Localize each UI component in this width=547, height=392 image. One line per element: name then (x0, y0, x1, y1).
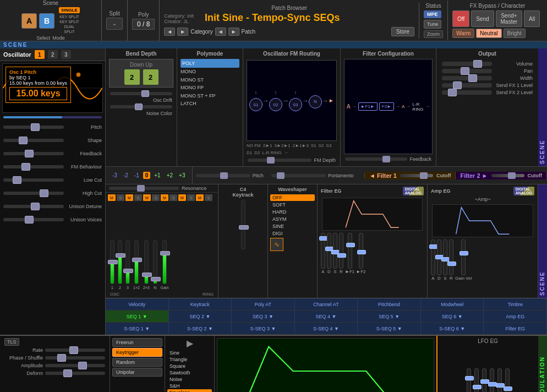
s-btn-3[interactable]: S (152, 194, 160, 201)
fm-label-ring[interactable]: L-R RING (262, 150, 281, 155)
high-cut-thumb[interactable] (40, 189, 48, 197)
wave-sine[interactable]: Sine (167, 350, 212, 356)
scene-num-plus2[interactable]: +2 (165, 172, 175, 179)
fader-track-3[interactable] (125, 240, 130, 284)
fader-thumb-3[interactable] (123, 269, 133, 273)
fm-depth-thumb[interactable] (267, 157, 275, 164)
scene-portamento-thumb[interactable] (277, 172, 285, 179)
send-fx2-slider[interactable] (442, 90, 492, 95)
fm-label-213[interactable]: 2►1►3 (293, 143, 309, 148)
feedback-thumb[interactable] (25, 150, 34, 157)
seq-sseq5[interactable]: S-SEQ 5 ▼ (358, 323, 421, 334)
lfo-eg-r-slider[interactable] (505, 368, 510, 392)
m-btn-6[interactable]: M (196, 194, 204, 201)
fx-all-button[interactable]: All (524, 10, 540, 27)
poly-opt-latch[interactable]: LATCH (180, 100, 239, 107)
seq-seq4[interactable]: SEQ 4 ▼ (295, 311, 358, 322)
category-prev[interactable]: ◄ (164, 28, 175, 36)
seq-seq2[interactable]: SEQ 2 ▼ (169, 311, 232, 322)
amplitude-slider[interactable] (45, 364, 105, 367)
scene-num-0[interactable]: 0 (143, 172, 151, 179)
fader-track-1[interactable] (110, 240, 114, 284)
filter-r-slider[interactable] (339, 233, 343, 269)
ws-soft[interactable]: SOFT (270, 202, 315, 208)
amp-r-slider[interactable] (449, 239, 453, 275)
amp-s-slider[interactable] (443, 239, 447, 275)
seq-seq3[interactable]: SEQ 3 ▼ (232, 311, 295, 322)
osc-drift-thumb[interactable] (141, 90, 149, 97)
pan-slider[interactable] (442, 69, 492, 73)
scene-btn-a[interactable]: A (21, 13, 37, 29)
deform-thumb[interactable] (63, 369, 72, 377)
seq-col-polyat[interactable]: Poly AT (232, 298, 295, 310)
filter-f1[interactable]: ►F1► (358, 102, 378, 111)
patch-next[interactable]: ► (228, 28, 239, 36)
lfo-tls-badge[interactable]: TLS (4, 338, 19, 346)
filter-d-slider[interactable] (327, 233, 331, 269)
filter-f1-slider[interactable] (348, 233, 352, 269)
amp-gainvel-slider[interactable] (461, 239, 466, 275)
ws-sine[interactable]: SINE (270, 223, 315, 230)
lfo-eg-d2-slider[interactable] (490, 368, 494, 392)
keytrack-v-slider[interactable] (241, 200, 245, 249)
fm-behaviour-track[interactable] (3, 165, 64, 168)
filter-s-slider[interactable] (333, 233, 337, 269)
lfo-keytrigger[interactable]: Keytrigger (112, 348, 162, 357)
seq-col-pitchbend[interactable]: Pitchbend (358, 298, 421, 310)
m-btn-2[interactable]: M (125, 194, 133, 201)
amp-gainvel-thumb[interactable] (460, 251, 468, 255)
zoom-button[interactable]: Zoom (424, 30, 443, 38)
lfo-eg-h-slider[interactable] (482, 368, 486, 392)
fm-label-d2[interactable]: D2 (254, 150, 260, 155)
wave-envelope[interactable]: Envelope (167, 389, 212, 392)
shape-thumb[interactable] (19, 137, 28, 144)
shape-track[interactable] (3, 139, 64, 142)
ws-hard[interactable]: HARD (270, 209, 315, 215)
tune-button[interactable]: Tune (424, 20, 441, 29)
fader-thumb-1x2[interactable] (132, 258, 142, 262)
filter-feedback-slider[interactable] (345, 157, 408, 161)
keytrack-v-thumb[interactable] (239, 225, 249, 230)
fm-node-01[interactable]: 01 (249, 98, 262, 111)
category-next[interactable]: ► (177, 28, 188, 36)
lfo-freerun[interactable]: Freerun (112, 338, 162, 347)
amp-d-slider[interactable] (437, 239, 441, 275)
waveshaper-icon[interactable]: ∿ (270, 238, 283, 251)
resonance-slider[interactable] (109, 187, 179, 190)
filter-f1-thumb[interactable] (346, 243, 355, 247)
fader-track-gain[interactable] (162, 240, 167, 284)
send-fx1-thumb[interactable] (453, 81, 462, 89)
fader-track-n[interactable] (153, 240, 157, 284)
fm-label-321[interactable]: 3►2►1 (275, 143, 291, 148)
low-cut-track[interactable] (3, 178, 64, 182)
s-btn-1[interactable]: S (117, 194, 124, 201)
lfo-eg-s-slider[interactable] (497, 368, 502, 392)
fx-send-master-button[interactable]: Send+Master (496, 10, 523, 27)
volume-thumb[interactable] (473, 60, 482, 68)
scene-portamento-slider[interactable] (271, 174, 326, 177)
filter1-cutoff-thumb[interactable] (420, 172, 428, 179)
amplitude-thumb[interactable] (78, 362, 87, 369)
seq-col-timbre[interactable]: Timbre (484, 298, 547, 310)
fm-label-s3[interactable]: S3 (326, 143, 332, 148)
poly-opt-mono-st-fp[interactable]: MONO ST + FP (180, 92, 239, 100)
seq-seq1[interactable]: SEQ 1 ▼ (106, 311, 169, 322)
filter-f2[interactable]: F2► (379, 102, 394, 111)
pan-thumb[interactable] (461, 67, 469, 75)
fader-thumb-gain[interactable] (160, 251, 170, 255)
mode-badge[interactable]: SINGLE (59, 7, 80, 13)
char-warm-button[interactable]: Warm (452, 29, 474, 38)
filter1-cutoff-slider[interactable] (400, 174, 433, 177)
filter-f2-thumb[interactable] (357, 250, 366, 254)
mpe-badge[interactable]: MPE (424, 10, 441, 18)
fader-thumb-2x3[interactable] (142, 273, 152, 277)
rate-slider[interactable] (45, 349, 105, 352)
send-fx2-thumb[interactable] (448, 89, 457, 96)
char-bright-button[interactable]: Bright (504, 29, 526, 38)
width-thumb[interactable] (468, 74, 477, 82)
filter2-cutoff-slider[interactable] (491, 174, 524, 177)
fm-label-d1[interactable]: D1 (247, 150, 252, 155)
char-neutral-button[interactable]: Neutral (476, 29, 501, 38)
m-btn-3[interactable]: M (143, 194, 151, 201)
lfo-random[interactable]: Random (112, 358, 162, 367)
